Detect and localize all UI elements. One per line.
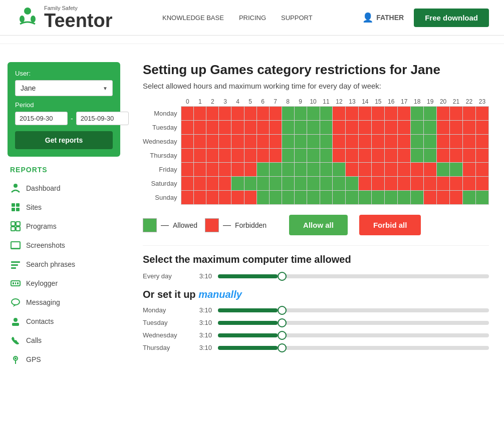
- grid-cell-wednesday-hour-14[interactable]: [359, 135, 372, 149]
- grid-cell-wednesday-hour-4[interactable]: [231, 135, 244, 149]
- grid-cell-thursday-hour-0[interactable]: [181, 149, 194, 163]
- grid-cell-wednesday-hour-3[interactable]: [219, 135, 231, 149]
- grid-cell-wednesday-hour-5[interactable]: [244, 135, 257, 149]
- grid-cell-sunday-hour-6[interactable]: [257, 191, 269, 205]
- grid-cell-tuesday-hour-3[interactable]: [219, 121, 231, 135]
- grid-cell-sunday-hour-14[interactable]: [359, 191, 372, 205]
- grid-cell-wednesday-hour-1[interactable]: [194, 135, 206, 149]
- date-to-input[interactable]: [76, 112, 129, 125]
- grid-cell-sunday-hour-20[interactable]: [437, 191, 450, 205]
- grid-cell-saturday-hour-10[interactable]: [307, 177, 320, 191]
- grid-cell-friday-hour-10[interactable]: [307, 163, 320, 177]
- grid-cell-friday-hour-21[interactable]: [450, 163, 463, 177]
- grid-cell-wednesday-hour-22[interactable]: [463, 135, 476, 149]
- grid-cell-saturday-hour-22[interactable]: [463, 177, 476, 191]
- grid-cell-thursday-hour-4[interactable]: [231, 149, 244, 163]
- grid-cell-thursday-hour-8[interactable]: [282, 149, 294, 163]
- grid-cell-monday-hour-0[interactable]: [181, 107, 194, 121]
- grid-cell-thursday-hour-23[interactable]: [475, 149, 488, 163]
- grid-cell-sunday-hour-21[interactable]: [450, 191, 463, 205]
- grid-cell-thursday-hour-19[interactable]: [424, 149, 437, 163]
- grid-cell-sunday-hour-2[interactable]: [206, 191, 219, 205]
- grid-cell-sunday-hour-16[interactable]: [385, 191, 398, 205]
- manual-track-monday[interactable]: [218, 308, 489, 312]
- grid-cell-saturday-hour-19[interactable]: [424, 177, 437, 191]
- grid-cell-sunday-hour-23[interactable]: [475, 191, 488, 205]
- grid-cell-sunday-hour-1[interactable]: [194, 191, 206, 205]
- grid-cell-friday-hour-1[interactable]: [194, 163, 206, 177]
- grid-cell-friday-hour-23[interactable]: [475, 163, 488, 177]
- free-download-button[interactable]: Free download: [414, 9, 489, 27]
- grid-cell-friday-hour-17[interactable]: [398, 163, 411, 177]
- grid-cell-friday-hour-9[interactable]: [294, 163, 307, 177]
- grid-cell-saturday-hour-17[interactable]: [398, 177, 411, 191]
- nav-knowledge-base[interactable]: KNOWLEDGE BASE: [162, 14, 224, 22]
- grid-cell-friday-hour-13[interactable]: [346, 163, 359, 177]
- grid-cell-saturday-hour-7[interactable]: [269, 177, 282, 191]
- grid-cell-thursday-hour-2[interactable]: [206, 149, 219, 163]
- grid-cell-tuesday-hour-15[interactable]: [372, 121, 385, 135]
- sidebar-item-search-phrases[interactable]: Search phrases: [8, 255, 120, 274]
- grid-cell-friday-hour-19[interactable]: [424, 163, 437, 177]
- grid-cell-saturday-hour-20[interactable]: [437, 177, 450, 191]
- grid-cell-wednesday-hour-6[interactable]: [257, 135, 269, 149]
- grid-cell-tuesday-hour-2[interactable]: [206, 121, 219, 135]
- grid-cell-saturday-hour-2[interactable]: [206, 177, 219, 191]
- grid-cell-monday-hour-8[interactable]: [282, 107, 294, 121]
- grid-cell-tuesday-hour-5[interactable]: [244, 121, 257, 135]
- grid-cell-tuesday-hour-22[interactable]: [463, 121, 476, 135]
- grid-cell-saturday-hour-15[interactable]: [372, 177, 385, 191]
- grid-cell-wednesday-hour-20[interactable]: [437, 135, 450, 149]
- grid-cell-friday-hour-7[interactable]: [269, 163, 282, 177]
- grid-cell-friday-hour-18[interactable]: [411, 163, 424, 177]
- grid-cell-monday-hour-16[interactable]: [385, 107, 398, 121]
- grid-cell-friday-hour-11[interactable]: [320, 163, 333, 177]
- grid-cell-wednesday-hour-23[interactable]: [475, 135, 488, 149]
- grid-cell-sunday-hour-22[interactable]: [463, 191, 476, 205]
- everyday-slider-track[interactable]: [218, 274, 489, 278]
- grid-cell-monday-hour-13[interactable]: [346, 107, 359, 121]
- grid-cell-wednesday-hour-2[interactable]: [206, 135, 219, 149]
- manual-track-tuesday[interactable]: [218, 321, 489, 325]
- grid-cell-friday-hour-8[interactable]: [282, 163, 294, 177]
- grid-cell-monday-hour-14[interactable]: [359, 107, 372, 121]
- grid-cell-monday-hour-6[interactable]: [257, 107, 269, 121]
- grid-cell-wednesday-hour-12[interactable]: [333, 135, 346, 149]
- grid-cell-monday-hour-4[interactable]: [231, 107, 244, 121]
- grid-cell-friday-hour-15[interactable]: [372, 163, 385, 177]
- grid-cell-saturday-hour-6[interactable]: [257, 177, 269, 191]
- grid-cell-monday-hour-11[interactable]: [320, 107, 333, 121]
- grid-cell-saturday-hour-16[interactable]: [385, 177, 398, 191]
- grid-cell-saturday-hour-8[interactable]: [282, 177, 294, 191]
- sidebar-item-keylogger[interactable]: Keylogger: [8, 274, 120, 293]
- grid-cell-wednesday-hour-15[interactable]: [372, 135, 385, 149]
- grid-cell-saturday-hour-0[interactable]: [181, 177, 194, 191]
- grid-cell-thursday-hour-9[interactable]: [294, 149, 307, 163]
- grid-cell-sunday-hour-12[interactable]: [333, 191, 346, 205]
- grid-cell-tuesday-hour-19[interactable]: [424, 121, 437, 135]
- sidebar-item-gps[interactable]: GPS: [8, 350, 120, 369]
- grid-cell-thursday-hour-21[interactable]: [450, 149, 463, 163]
- sidebar-item-sites[interactable]: Sites: [8, 198, 120, 217]
- grid-cell-thursday-hour-16[interactable]: [385, 149, 398, 163]
- grid-cell-sunday-hour-13[interactable]: [346, 191, 359, 205]
- grid-cell-monday-hour-20[interactable]: [437, 107, 450, 121]
- grid-cell-sunday-hour-11[interactable]: [320, 191, 333, 205]
- grid-cell-monday-hour-9[interactable]: [294, 107, 307, 121]
- grid-cell-saturday-hour-21[interactable]: [450, 177, 463, 191]
- grid-cell-saturday-hour-3[interactable]: [219, 177, 231, 191]
- grid-cell-tuesday-hour-9[interactable]: [294, 121, 307, 135]
- grid-cell-monday-hour-21[interactable]: [450, 107, 463, 121]
- grid-cell-saturday-hour-13[interactable]: [346, 177, 359, 191]
- grid-cell-wednesday-hour-7[interactable]: [269, 135, 282, 149]
- grid-cell-wednesday-hour-17[interactable]: [398, 135, 411, 149]
- grid-cell-wednesday-hour-18[interactable]: [411, 135, 424, 149]
- grid-cell-tuesday-hour-11[interactable]: [320, 121, 333, 135]
- grid-cell-thursday-hour-3[interactable]: [219, 149, 231, 163]
- sidebar-item-dashboard[interactable]: Dashboard: [8, 179, 120, 198]
- grid-cell-friday-hour-20[interactable]: [437, 163, 450, 177]
- grid-cell-sunday-hour-3[interactable]: [219, 191, 231, 205]
- manual-thumb-monday[interactable]: [278, 306, 287, 315]
- grid-cell-saturday-hour-1[interactable]: [194, 177, 206, 191]
- grid-cell-sunday-hour-0[interactable]: [181, 191, 194, 205]
